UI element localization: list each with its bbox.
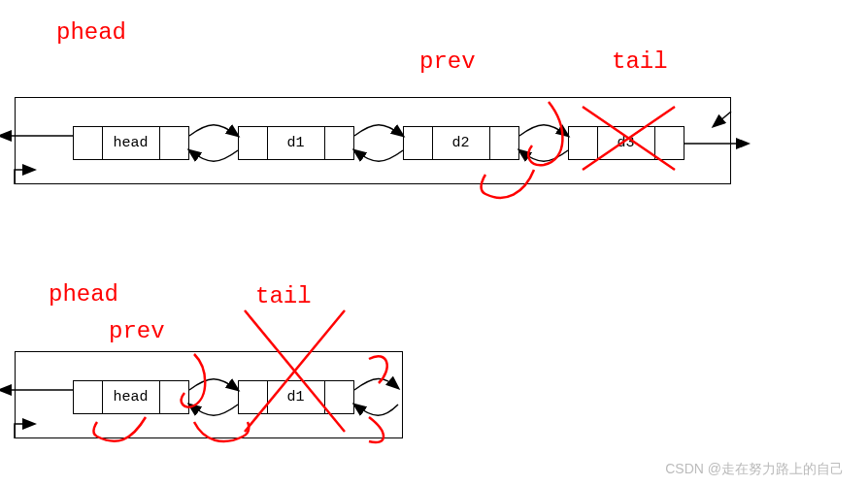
diagram1-node-d1: d1 bbox=[238, 126, 354, 160]
diagram1-node-d2: d2 bbox=[403, 126, 519, 160]
diagram2-node-d1-text: d1 bbox=[268, 381, 325, 413]
label-prev-1: prev bbox=[419, 49, 476, 75]
label-phead-1: phead bbox=[56, 19, 126, 46]
diagram2-node-head-text: head bbox=[103, 381, 160, 413]
diagram1-node-d3-text: d3 bbox=[598, 127, 655, 159]
diagram1-node-d2-text: d2 bbox=[433, 127, 490, 159]
diagram1-node-head-text: head bbox=[103, 127, 160, 159]
diagram1-node-head: head bbox=[73, 126, 189, 160]
diagram2-node-d1: d1 bbox=[238, 380, 354, 414]
watermark: CSDN @走在努力路上的自己 bbox=[665, 461, 844, 478]
label-phead-2: phead bbox=[49, 281, 118, 308]
diagram2-node-head: head bbox=[73, 380, 189, 414]
label-prev-2: prev bbox=[109, 318, 165, 344]
diagram1-node-d1-text: d1 bbox=[268, 127, 325, 159]
label-tail-2: tail bbox=[255, 283, 312, 309]
diagram1-node-d3: d3 bbox=[568, 126, 684, 160]
label-tail-1: tail bbox=[612, 49, 668, 75]
